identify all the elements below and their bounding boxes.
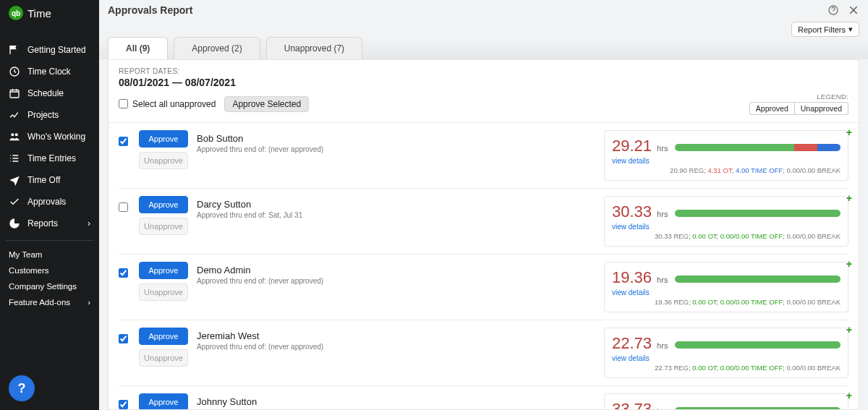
page-title: Approvals Report	[108, 4, 192, 16]
legend-unapproved[interactable]: Unapproved	[795, 102, 848, 115]
expand-icon[interactable]: +	[846, 390, 852, 401]
main: Approvals Report Report Filters ▾ All (9…	[99, 0, 868, 410]
approve-button[interactable]: Approve	[139, 130, 188, 148]
question-icon: ?	[18, 381, 26, 396]
sidebar-item-label: Getting Started	[27, 45, 86, 55]
hours-bar	[675, 210, 841, 217]
sidebar-item-getting-started[interactable]: Getting Started	[0, 39, 99, 61]
approve-button[interactable]: Approve	[139, 393, 188, 410]
hours-value: 30.33	[612, 202, 652, 221]
select-all-unapproved[interactable]: Select all unapproved	[119, 99, 216, 109]
sidebar-sub-my-team[interactable]: My Team	[0, 247, 99, 262]
sidebar-item-time-off[interactable]: Time Off	[0, 169, 99, 191]
approved-thru-text: Approved thru end of: Sat, Jul 31	[197, 211, 302, 219]
select-all-label: Select all unapproved	[132, 99, 216, 109]
list-icon	[9, 153, 20, 164]
expand-icon[interactable]: +	[846, 258, 852, 270]
sidebar-item-whos-working[interactable]: Who's Working	[0, 126, 99, 148]
sidebar-item-label: Schedule	[27, 88, 64, 98]
svg-point-2	[11, 133, 14, 136]
hours-breakdown: 22.73 REG; 0.00 OT; 0.00/0.00 TIME OFF; …	[612, 364, 841, 372]
unapprove-button[interactable]: Unapprove	[139, 349, 188, 367]
clock-icon	[9, 66, 20, 77]
approval-row: ApproveUnapproveBob SuttonApproved thru …	[119, 123, 848, 189]
sidebar-item-label: Approvals	[27, 197, 66, 207]
hours-summary: +30.33 hrsview details30.33 REG; 0.00 OT…	[604, 196, 848, 247]
approve-selected-button[interactable]: Approve Selected	[224, 96, 309, 112]
tab-unapproved[interactable]: Unapproved (7)	[266, 37, 362, 59]
hours-value: 29.21	[612, 137, 652, 155]
sidebar-item-reports[interactable]: Reports ›	[0, 213, 99, 234]
expand-icon[interactable]: +	[846, 192, 852, 204]
hours-value: 19.36	[612, 268, 652, 286]
view-details-link[interactable]: view details	[612, 354, 668, 362]
sidebar-item-label: Who's Working	[27, 132, 85, 142]
help-button[interactable]: ?	[9, 375, 35, 401]
brand-logo-icon: qb	[9, 6, 23, 20]
help-icon[interactable]	[827, 4, 839, 16]
sidebar-item-label: Time Clock	[27, 67, 71, 77]
legend-title: LEGEND:	[817, 93, 848, 101]
plane-icon	[9, 174, 20, 186]
sidebar-item-time-entries[interactable]: Time Entries	[0, 148, 99, 169]
approval-row: ApproveUnapproveDemo AdminApproved thru …	[119, 255, 848, 320]
sidebar-sub-feature-addons[interactable]: Feature Add-ons ›	[0, 294, 99, 310]
close-icon[interactable]	[848, 4, 859, 16]
approve-button[interactable]: Approve	[139, 328, 188, 345]
tab-all[interactable]: All (9)	[108, 37, 168, 59]
chevron-right-icon: ›	[88, 218, 90, 229]
sidebar-item-label: Projects	[27, 110, 59, 120]
view-details-link[interactable]: view details	[612, 157, 668, 165]
sidebar-sub-label: Company Settings	[9, 282, 77, 291]
sidebar-item-projects[interactable]: Projects	[0, 104, 99, 126]
select-all-checkbox[interactable]	[119, 99, 128, 108]
sidebar-item-approvals[interactable]: Approvals	[0, 191, 99, 213]
tab-approved[interactable]: Approved (2)	[174, 37, 260, 59]
sidebar-sub-company-settings[interactable]: Company Settings	[0, 278, 99, 294]
approve-button[interactable]: Approve	[139, 196, 188, 213]
tab-label: Approved (2)	[192, 43, 242, 54]
sidebar-item-label: Reports	[27, 218, 58, 229]
row-checkbox[interactable]	[119, 400, 128, 409]
row-checkbox[interactable]	[119, 137, 128, 146]
svg-rect-1	[10, 90, 19, 98]
sidebar-item-time-clock[interactable]: Time Clock	[0, 61, 99, 82]
hours-bar	[675, 407, 841, 410]
hours-bar	[675, 276, 841, 283]
chevron-right-icon: ›	[88, 298, 90, 307]
unapprove-button[interactable]: Unapprove	[139, 218, 188, 235]
sidebar-item-schedule[interactable]: Schedule	[0, 82, 99, 104]
pie-icon	[9, 218, 20, 229]
view-details-link[interactable]: view details	[612, 289, 668, 296]
sidebar-sub-label: Customers	[9, 266, 49, 275]
hours-summary: +22.73 hrsview details22.73 REG; 0.00 OT…	[604, 328, 848, 378]
expand-icon[interactable]: +	[846, 324, 852, 336]
hours-summary: +29.21 hrsview details20.90 REG; 4.31 OT…	[604, 130, 848, 181]
sidebar-item-label: Time Entries	[27, 153, 76, 163]
row-checkbox[interactable]	[119, 334, 128, 343]
titlebar: Approvals Report	[99, 0, 868, 20]
expand-icon[interactable]: +	[846, 127, 852, 138]
hours-breakdown: 20.90 REG; 4.31 OT; 4.00 TIME OFF; 0.00/…	[612, 166, 841, 174]
row-checkbox[interactable]	[119, 202, 128, 212]
hours-value: 22.73	[612, 334, 652, 352]
sidebar-sub-label: Feature Add-ons	[9, 298, 70, 307]
employee-name: Darcy Sutton	[197, 196, 302, 210]
calendar-icon	[9, 87, 20, 99]
view-details-link[interactable]: view details	[612, 223, 668, 231]
people-icon	[9, 131, 20, 142]
chart-icon	[9, 109, 20, 121]
unapprove-button[interactable]: Unapprove	[139, 283, 188, 301]
report-filters-button[interactable]: Report Filters ▾	[791, 22, 859, 37]
unapprove-button[interactable]: Unapprove	[139, 152, 188, 169]
sidebar-sub-customers[interactable]: Customers	[0, 262, 99, 278]
approve-button[interactable]: Approve	[139, 262, 188, 279]
chevron-down-icon: ▾	[848, 25, 853, 34]
report-dates-value: 08/01/2021 — 08/07/2021	[119, 77, 848, 88]
legend-approved[interactable]: Approved	[749, 102, 795, 115]
brand: qb Time	[0, 0, 99, 26]
row-checkbox[interactable]	[119, 268, 128, 278]
tabs: All (9) Approved (2) Unapproved (7)	[99, 37, 868, 59]
tab-label: All (9)	[126, 43, 150, 54]
hours-bar	[675, 341, 841, 349]
